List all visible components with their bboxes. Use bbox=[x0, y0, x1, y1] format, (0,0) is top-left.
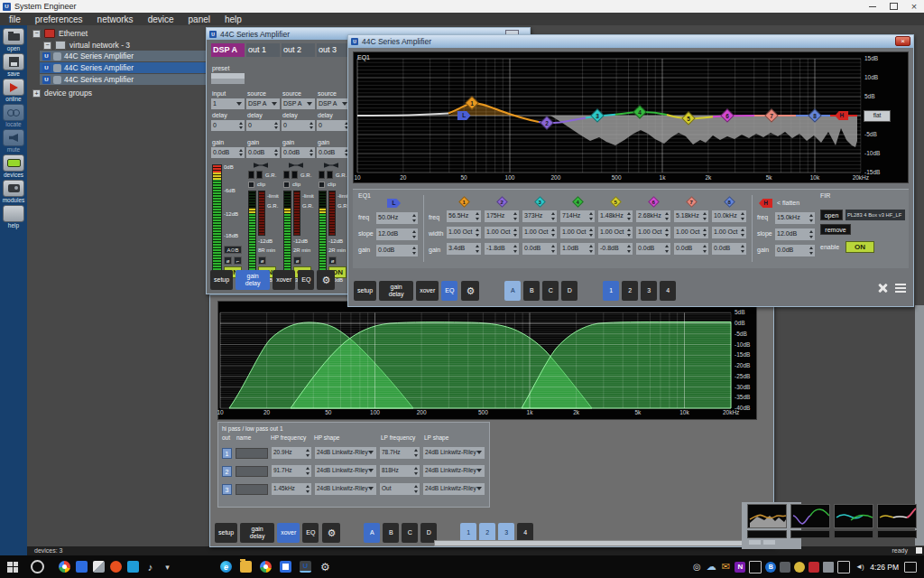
thumbnail-button[interactable] bbox=[749, 540, 761, 545]
band-gain-field[interactable]: 0.0dB bbox=[674, 243, 708, 255]
low-shelf-slope-field[interactable]: 12.0dB bbox=[376, 228, 418, 240]
page-tab[interactable]: EQ bbox=[441, 281, 457, 301]
band-width-field[interactable]: 1.00 Oct bbox=[598, 227, 633, 238]
menu-item[interactable]: preferences bbox=[35, 14, 83, 24]
caret-down-icon[interactable] bbox=[162, 561, 173, 573]
sidebar-item[interactable]: devices bbox=[0, 154, 27, 179]
channel-tab[interactable]: C bbox=[542, 281, 559, 301]
page-tab[interactable]: setup bbox=[354, 281, 376, 301]
band-freq-field[interactable]: 714Hz bbox=[560, 210, 595, 222]
lp-shape-select[interactable]: 24dB Linkwitz-Riley bbox=[423, 483, 485, 495]
explorer-icon[interactable] bbox=[240, 561, 252, 573]
channel-tab[interactable]: B bbox=[383, 523, 399, 543]
source-select[interactable]: DSP A bbox=[246, 98, 280, 109]
phase-button[interactable]: ø bbox=[258, 256, 266, 265]
tree-item-amplifier[interactable]: U 44C Series Amplifier bbox=[40, 51, 207, 61]
horizontal-scrollbar[interactable] bbox=[434, 540, 744, 546]
device-icon[interactable] bbox=[823, 562, 834, 573]
band-width-field[interactable]: 1.00 Oct bbox=[522, 227, 557, 238]
flatten-link[interactable]: < flatten bbox=[777, 200, 799, 206]
chrome-icon[interactable] bbox=[59, 561, 70, 573]
gain-field[interactable]: 0.0dB bbox=[317, 147, 350, 158]
antivirus-icon[interactable] bbox=[794, 562, 805, 573]
close-button[interactable]: × bbox=[904, 0, 924, 13]
tree-item-ethernet[interactable]: − Ethernet bbox=[32, 28, 88, 39]
band-width-field[interactable]: 1.00 Oct bbox=[674, 227, 708, 238]
eq-marker-3[interactable]: 3 bbox=[590, 108, 605, 123]
output-name-field[interactable] bbox=[236, 448, 268, 459]
edge-icon[interactable]: e bbox=[220, 561, 232, 573]
band-width-field[interactable]: 1.00 Oct bbox=[485, 227, 519, 238]
eq-marker-1[interactable]: 1 bbox=[465, 96, 479, 110]
mute-speaker-icon[interactable] bbox=[254, 162, 268, 169]
gain-field[interactable]: 0.0dB bbox=[246, 147, 280, 158]
band-freq-field[interactable]: 1.48kHz bbox=[598, 210, 633, 222]
page-tab[interactable]: setup bbox=[215, 523, 237, 543]
high-shelf-gain-field[interactable]: 0.0dB bbox=[775, 245, 815, 256]
page-tab[interactable]: EQ bbox=[298, 270, 314, 290]
delay-field[interactable]: 0 bbox=[211, 120, 245, 131]
photos-icon[interactable] bbox=[93, 561, 105, 573]
display-icon[interactable] bbox=[837, 561, 850, 573]
number-tab[interactable]: 4 bbox=[660, 281, 676, 301]
page-tab[interactable]: xover bbox=[273, 270, 295, 290]
hp-frequency-field[interactable]: 1.45kHz bbox=[272, 483, 311, 495]
menu-item[interactable]: networks bbox=[97, 14, 134, 24]
low-band-thumbnail[interactable] bbox=[790, 504, 830, 538]
sidebar-item[interactable]: locate bbox=[0, 104, 27, 128]
close-window-button[interactable]: × bbox=[895, 36, 910, 46]
menu-item[interactable]: device bbox=[148, 14, 174, 24]
settings-gear-icon[interactable]: ⚙ bbox=[317, 270, 335, 290]
output-number-badge[interactable]: 3 bbox=[222, 484, 232, 495]
gain-field[interactable]: 0.0dB bbox=[282, 147, 315, 158]
low-shelf-freq-field[interactable]: 50.0Hz bbox=[376, 212, 418, 224]
clock[interactable]: 4:26 PM bbox=[870, 563, 899, 572]
hp-shape-select[interactable]: 24dB Linkwitz-Riley bbox=[315, 447, 376, 459]
mid-band-thumbnail[interactable] bbox=[834, 504, 873, 538]
eq-marker-4[interactable]: 4 bbox=[633, 105, 647, 119]
high-band-thumbnail[interactable] bbox=[877, 504, 917, 538]
collapse-icon[interactable]: − bbox=[32, 30, 41, 38]
eq-marker-2[interactable]: 2 bbox=[540, 116, 554, 130]
delay-field[interactable]: 0 bbox=[282, 120, 315, 131]
opera-icon[interactable] bbox=[110, 561, 122, 573]
music-icon[interactable] bbox=[144, 561, 156, 573]
page-tab[interactable]: setup bbox=[210, 270, 233, 290]
output-name-field[interactable] bbox=[236, 484, 268, 495]
channel-tab[interactable]: C bbox=[402, 523, 418, 543]
high-shelf-slope-field[interactable]: 12.0dB bbox=[775, 228, 815, 240]
gain-field[interactable]: 0.0dB bbox=[211, 147, 245, 158]
settings-gear-icon[interactable]: ⚙ bbox=[322, 523, 340, 543]
sidebar-item[interactable]: help bbox=[0, 205, 27, 229]
collapse-icon[interactable]: − bbox=[43, 42, 51, 50]
restore-button[interactable] bbox=[883, 0, 903, 13]
output-number-badge[interactable]: 1 bbox=[222, 448, 232, 459]
band-width-field[interactable]: 1.00 Oct bbox=[447, 227, 481, 238]
number-tab[interactable]: 2 bbox=[622, 281, 638, 301]
menu-item[interactable]: file bbox=[9, 14, 21, 24]
band-freq-field[interactable]: 373Hz bbox=[522, 210, 557, 222]
mute-speaker-icon[interactable] bbox=[289, 162, 303, 169]
high-shelf-freq-field[interactable]: 15.0kHz bbox=[775, 212, 815, 224]
band-gain-field[interactable]: -1.8dB bbox=[485, 243, 519, 255]
hidden-icons-icon[interactable] bbox=[691, 562, 702, 573]
input-select[interactable]: 1 bbox=[211, 98, 245, 109]
mail-icon[interactable] bbox=[720, 562, 731, 573]
lp-frequency-field[interactable]: 818Hz bbox=[380, 465, 420, 477]
phase-button[interactable]: ø bbox=[328, 256, 337, 265]
page-tab[interactable]: xover bbox=[416, 281, 439, 301]
tools-icon[interactable] bbox=[877, 283, 888, 294]
menu-item[interactable]: panel bbox=[189, 14, 210, 24]
code-icon[interactable] bbox=[127, 561, 139, 573]
fir-open-button[interactable]: open bbox=[820, 210, 843, 220]
band-width-field[interactable]: 1.00 Oct bbox=[712, 227, 746, 238]
output-header[interactable]: out 2 bbox=[282, 43, 315, 57]
tree-item-virtual-network[interactable]: − virtual network - 3 bbox=[43, 40, 130, 51]
ab-compare-button[interactable]: A⊙B bbox=[224, 246, 242, 254]
menu-hamburger-icon[interactable] bbox=[895, 284, 906, 293]
eq-marker-6[interactable]: 6 bbox=[721, 108, 735, 123]
tree-item-amplifier[interactable]: U 44C Series Amplifier bbox=[40, 62, 207, 73]
phase-button[interactable]: ø bbox=[224, 256, 232, 265]
phase-button[interactable]: ø bbox=[293, 256, 301, 265]
mute-speaker-icon[interactable] bbox=[324, 162, 338, 169]
